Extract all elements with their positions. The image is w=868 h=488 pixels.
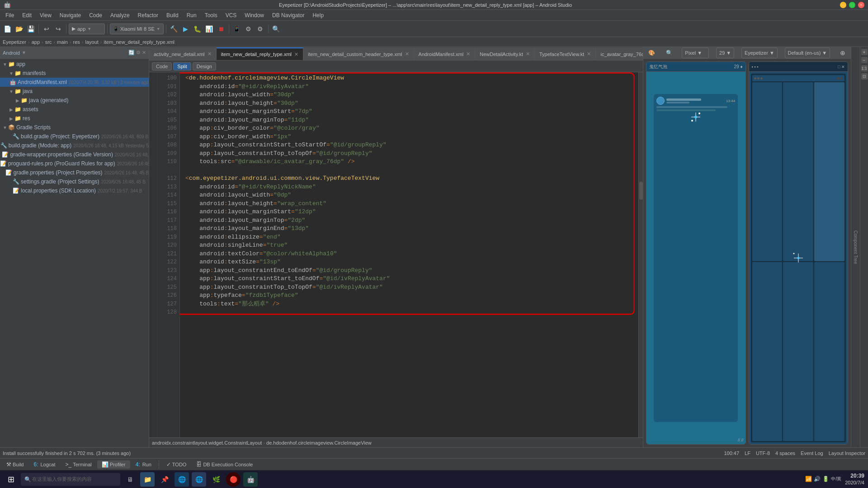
undo-btn[interactable]: ↩: [41, 23, 52, 34]
taskbar-app-browser[interactable]: 🌐: [192, 472, 206, 487]
menu-navigate[interactable]: Navigate: [56, 11, 85, 19]
nav-eyepetizer[interactable]: Eyepetizer: [3, 39, 26, 45]
menu-analyze[interactable]: Analyze: [107, 11, 133, 19]
stop-btn[interactable]: ⏹: [216, 23, 226, 34]
close-button[interactable]: ✕: [858, 2, 864, 8]
maximize-button[interactable]: □: [849, 2, 855, 8]
event-log-btn[interactable]: Event Log: [801, 450, 823, 456]
db-console-tool-btn[interactable]: 🗄 DB Execution Console: [192, 460, 257, 469]
editor-mode-design[interactable]: Design: [193, 62, 216, 70]
close-sidebar-icon[interactable]: ✕: [142, 50, 146, 56]
menu-db-navigator[interactable]: DB Navigator: [269, 11, 308, 19]
sdk-btn[interactable]: ⚙: [243, 23, 254, 34]
save-btn[interactable]: 💾: [25, 23, 36, 34]
tree-item-res[interactable]: ▶ 📁 res: [0, 114, 149, 123]
tree-item-app[interactable]: ▼ 📁 app: [0, 60, 149, 69]
logcat-tool-btn[interactable]: 6: Logcat: [29, 460, 60, 469]
tree-item-local-props[interactable]: 📝 local.properties (SDK Location) 2020/7…: [0, 186, 149, 195]
tab-newdetailactivity[interactable]: NewDetailActivity.kt ✕: [475, 47, 535, 60]
start-button[interactable]: ⊞: [4, 472, 18, 487]
menu-refactor[interactable]: Refactor: [134, 11, 162, 19]
taskbar-app-pin[interactable]: 📌: [157, 472, 172, 487]
palette-icon[interactable]: 🎨: [646, 47, 657, 58]
settings-btn[interactable]: ⚙: [255, 23, 266, 34]
zoom-reset-btn[interactable]: 1:1: [861, 65, 868, 71]
tab-activity-new-detail[interactable]: activity_new_detail.xml ✕: [149, 47, 217, 60]
sync-icon[interactable]: 🔄: [128, 50, 135, 56]
taskbar-app-edge[interactable]: 🌐: [175, 472, 189, 487]
tab-close-4[interactable]: ✕: [466, 51, 470, 57]
tab-close-2[interactable]: ✕: [294, 52, 298, 57]
theme-dropdown[interactable]: Eyepetizer ▼: [741, 47, 778, 58]
tree-item-androidmanifest[interactable]: 🤖 AndroidManifest.xml 2020/7/4 20:36, 3.…: [0, 78, 149, 87]
menu-tools[interactable]: Tools: [201, 11, 221, 19]
tab-ic-avatar[interactable]: ic_avatar_gray_76dp.xml ✕: [596, 47, 643, 60]
build-btn[interactable]: 🔨: [169, 23, 179, 34]
tree-item-build-gradle-proj[interactable]: 🔧 build.gradle (Project: Eyepetizer) 202…: [0, 132, 149, 141]
nav-file[interactable]: item_new_detail_reply_type.xml: [104, 39, 175, 45]
breadcrumb-circleimageview[interactable]: de.hdodenhof.circleimageview.CircleImage…: [266, 440, 372, 446]
tab-close-6[interactable]: ✕: [587, 51, 591, 57]
tab-item-custom-header[interactable]: item_new_detail_custom_header_type.xml ✕: [303, 47, 414, 60]
tree-item-java-generated[interactable]: ▶ 📁 java (generated): [0, 96, 149, 105]
tree-item-manifests[interactable]: ▼ 📁 manifests: [0, 69, 149, 78]
taskbar-app-explorer[interactable]: 📁: [140, 472, 155, 487]
nav-layout[interactable]: layout: [85, 39, 99, 45]
taskbar-app-red[interactable]: 🔴: [226, 472, 241, 487]
attr-icon[interactable]: 🔍: [664, 47, 675, 58]
run-config-dropdown[interactable]: ▶app▼: [69, 23, 105, 34]
open-btn[interactable]: 📂: [14, 23, 24, 34]
tab-androidmanifest[interactable]: AndroidManifest.xml ✕: [414, 47, 476, 60]
zoom-in-btn[interactable]: +: [861, 49, 868, 55]
tree-item-build-gradle-mod[interactable]: 🔧 build.gradle (Module: app) 2020/6/26 1…: [0, 141, 149, 150]
profile-btn[interactable]: 📊: [204, 23, 215, 34]
menu-code[interactable]: Code: [85, 11, 106, 19]
scroll-thumb[interactable]: [639, 182, 643, 200]
menu-run[interactable]: Run: [183, 11, 200, 19]
tree-item-assets[interactable]: ▶ 📁 assets: [0, 105, 149, 114]
nav-res[interactable]: res: [73, 39, 80, 45]
tab-close-5[interactable]: ✕: [526, 51, 530, 57]
menu-view[interactable]: View: [36, 11, 55, 19]
fit-btn[interactable]: ⊡: [861, 73, 868, 80]
code-content[interactable]: <de.hdodenhof.circleimageview.CircleImag…: [180, 72, 638, 437]
tab-typefacetextview[interactable]: TypefaceTextView.kt ✕: [535, 47, 596, 60]
pixel-dropdown[interactable]: Pixel ▼: [682, 47, 709, 58]
vertical-scrollbar[interactable]: [638, 72, 643, 437]
settings-icon[interactable]: ⚙: [136, 50, 141, 56]
terminal-tool-btn[interactable]: >_ Terminal: [61, 460, 96, 469]
search-bar[interactable]: 🔍 在这里输入你要搜索的内容: [21, 473, 120, 486]
tree-item-proguard[interactable]: 📝 proguard-rules.pro (ProGuard Rules for…: [0, 159, 149, 168]
dropdown-arrow-icon[interactable]: ▼: [22, 50, 26, 55]
tree-item-gradle-scripts[interactable]: ▼ 📦 Gradle Scripts: [0, 123, 149, 132]
taskbar-app-android-studio[interactable]: 🤖: [243, 472, 258, 487]
profiler-tool-btn[interactable]: 📊 Profiler: [97, 460, 130, 469]
minimize-button[interactable]: –: [840, 2, 846, 8]
device-dropdown[interactable]: 📱Xiaomi MI 8 SE▼: [110, 23, 164, 34]
menu-edit[interactable]: Edit: [19, 11, 35, 19]
debug-btn[interactable]: 🐛: [192, 23, 203, 34]
nav-main[interactable]: main: [57, 39, 68, 45]
nav-app[interactable]: app: [32, 39, 40, 45]
zoom-out-btn[interactable]: −: [861, 57, 868, 63]
add-device-icon[interactable]: ⊕: [837, 47, 848, 58]
nav-src[interactable]: src: [45, 39, 52, 45]
tab-close-1[interactable]: ✕: [208, 51, 212, 57]
tab-item-reply-type[interactable]: item_new_detail_reply_type.xml ✕: [217, 47, 304, 60]
menu-window[interactable]: Window: [241, 11, 268, 19]
build-tool-btn[interactable]: ⚒ Build: [2, 460, 28, 469]
tree-item-gradle-props[interactable]: 📝 gradle.properties (Project Properties)…: [0, 168, 149, 177]
editor-mode-split[interactable]: Split: [173, 62, 191, 70]
tree-item-java[interactable]: ▼ 📁 java: [0, 87, 149, 96]
run-tool-btn[interactable]: 4: Run: [131, 460, 156, 469]
avd-btn[interactable]: 📱: [231, 23, 242, 34]
layout-inspector-btn[interactable]: Layout Inspector: [829, 450, 865, 456]
menu-build[interactable]: Build: [163, 11, 182, 19]
menu-file[interactable]: File: [2, 11, 18, 19]
menu-help[interactable]: Help: [309, 11, 327, 19]
tab-close-3[interactable]: ✕: [405, 51, 409, 57]
breadcrumb-constraintlayout[interactable]: androidx.constraintlayout.widget.Constra…: [152, 440, 262, 446]
redo-btn[interactable]: ↪: [53, 23, 64, 34]
api-dropdown[interactable]: 29 ▼: [716, 47, 734, 58]
run-btn[interactable]: ▶: [180, 23, 191, 34]
